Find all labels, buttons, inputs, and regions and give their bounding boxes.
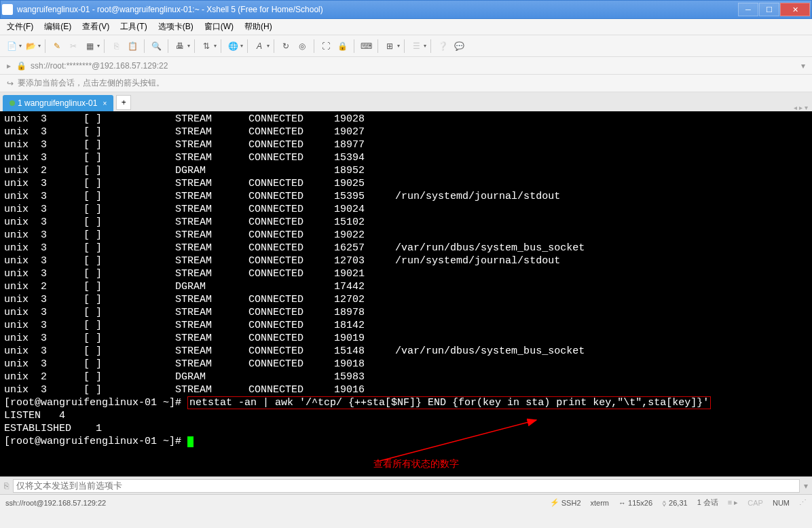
transfer-icon[interactable]: ⇅ [199, 39, 214, 54]
menu-file[interactable]: 文件(F) [7, 21, 33, 33]
terminal-row: unix 3 [ ] STREAM CONNECTED 18977 [4, 138, 808, 151]
hint-arrow-icon[interactable]: ↪ [7, 79, 14, 88]
lock-icon[interactable]: 🔒 [335, 39, 350, 54]
fullscreen-icon[interactable]: ⛶ [318, 39, 333, 54]
terminal-row: unix 3 [ ] STREAM CONNECTED 19016 [4, 383, 808, 396]
menu-help[interactable]: 帮助(H) [244, 21, 272, 33]
refresh-icon[interactable]: ↻ [278, 39, 293, 54]
help-icon[interactable]: ❔ [435, 39, 450, 54]
status-dot-icon [10, 100, 15, 106]
prompt-line: [root@wangruifenglinux-01 ~]# [4, 435, 808, 448]
terminal-row: unix 3 [ ] STREAM CONNECTED 18142 [4, 319, 808, 332]
window-controls: ─ ☐ ✕ [737, 3, 810, 16]
plug-icon: ⚡ [550, 498, 559, 507]
resize-grip-icon[interactable]: ⋰ [799, 498, 807, 507]
menu-tools[interactable]: 工具(T) [120, 21, 147, 33]
sendbar-dropdown-icon[interactable]: ▾ [804, 481, 808, 491]
terminal-row: unix 3 [ ] STREAM CONNECTED 19019 [4, 332, 808, 345]
send-bar: ⎘ ▾ [0, 476, 812, 494]
menu-tabs[interactable]: 选项卡(B) [158, 21, 193, 33]
cursor [187, 436, 193, 447]
tab-bar: 1 wangruifenglinux-01 × + ◂ ▸ ▾ [0, 92, 812, 111]
reconnect-icon[interactable]: ✎ [50, 39, 64, 54]
resize-icon: ↔ [619, 499, 626, 507]
address-text[interactable]: ssh://root:********@192.168.57.129:22 [31, 61, 168, 71]
status-ssh: ⚡SSH2 [550, 498, 581, 507]
terminal-row: unix 3 [ ] STREAM CONNECTED 15102 [4, 216, 808, 229]
sendbar-handle-icon[interactable]: ⎘ [4, 481, 9, 491]
terminal-row: unix 3 [ ] STREAM CONNECTED 15395 /run/s… [4, 190, 808, 203]
status-cap: CAP [748, 499, 763, 507]
terminal-row: unix 3 [ ] STREAM CONNECTED 19022 [4, 229, 808, 242]
status-sessions: 1 会话 [697, 497, 718, 508]
terminal-row: unix 2 [ ] DGRAM 18952 [4, 164, 808, 177]
properties-icon[interactable]: ▦ [82, 39, 97, 54]
tab-label: 1 wangruifenglinux-01 [18, 98, 97, 108]
tab-close-icon[interactable]: × [103, 100, 107, 107]
window-title: wangruifenglinux-01 - root@wangruifengli… [17, 5, 737, 14]
menu-edit[interactable]: 编辑(E) [44, 21, 71, 33]
close-button[interactable]: ✕ [780, 3, 810, 16]
terminal-row: unix 3 [ ] STREAM CONNECTED 19025 [4, 177, 808, 190]
terminal-row: unix 3 [ ] STREAM CONNECTED 12703 /run/s… [4, 254, 808, 267]
sessions-dropdown-icon[interactable]: ≡ ▸ [728, 498, 738, 507]
print-icon[interactable]: 🖶 [172, 39, 187, 54]
addr-dropdown-icon[interactable]: ▾ [801, 61, 805, 71]
menubar: 文件(F) 编辑(E) 查看(V) 工具(T) 选项卡(B) 窗口(W) 帮助(… [0, 19, 812, 35]
copy-icon[interactable]: ⎘ [109, 39, 124, 54]
keyboard-icon[interactable]: ⌨ [358, 39, 373, 54]
terminal-row: unix 3 [ ] STREAM CONNECTED 19021 [4, 267, 808, 280]
maximize-button[interactable]: ☐ [759, 3, 779, 16]
output-line: ESTABLISHED 1 [4, 422, 808, 435]
tab-session[interactable]: 1 wangruifenglinux-01 × [3, 95, 113, 111]
toolbar: 📄▾ 📂▾ ✎ ✂ ▦▾ ⎘ 📋 🔍 🖶▾ ⇅▾ 🌐▾ A▾ ↻ ◎ ⛶ 🔒 ⌨… [0, 35, 812, 57]
menu-window[interactable]: 窗口(W) [204, 21, 234, 33]
terminal-row: unix 3 [ ] STREAM CONNECTED 19018 [4, 358, 808, 371]
terminal[interactable]: unix 3 [ ] STREAM CONNECTED 19028 unix 3… [0, 111, 812, 476]
open-icon[interactable]: 📂 [23, 39, 38, 54]
hint-bar: ↪ 要添加当前会话，点击左侧的箭头按钮。 [0, 75, 812, 92]
add-icon[interactable]: ⊞ [382, 39, 397, 54]
hint-text: 要添加当前会话，点击左侧的箭头按钮。 [18, 77, 164, 89]
terminal-row: unix 3 [ ] STREAM CONNECTED 18978 [4, 306, 808, 319]
terminal-row: unix 3 [ ] STREAM CONNECTED 19024 [4, 203, 808, 216]
output-line: LISTEN 4 [4, 409, 808, 422]
send-input[interactable] [13, 479, 800, 493]
terminal-row: unix 3 [ ] STREAM CONNECTED 19028 [4, 113, 808, 126]
find-icon[interactable]: 🔍 [149, 39, 164, 54]
terminal-row: unix 3 [ ] STREAM CONNECTED 19027 [4, 126, 808, 138]
app-icon [2, 4, 13, 15]
terminal-row: unix 2 [ ] DGRAM 17442 [4, 280, 808, 293]
status-connection: ssh://root@192.168.57.129:22 [5, 499, 540, 507]
tab-nav[interactable]: ◂ ▸ ▾ [794, 104, 808, 111]
terminal-row: unix 2 [ ] DGRAM 15983 [4, 371, 808, 383]
chat-icon[interactable]: 💬 [451, 39, 466, 54]
terminal-row: unix 3 [ ] STREAM CONNECTED 15148 /var/r… [4, 345, 808, 358]
new-session-icon[interactable]: 📄 [4, 39, 19, 54]
new-tab-button[interactable]: + [116, 95, 131, 110]
status-pos: ⎀26,31 [662, 499, 688, 507]
lock-icon: 🔒 [16, 61, 26, 71]
target-icon[interactable]: ◎ [295, 39, 310, 54]
command-highlight: netstat -an | awk '/^tcp/ {++sta[$NF]} E… [187, 396, 711, 409]
terminal-row: unix 3 [ ] STREAM CONNECTED 12702 [4, 293, 808, 306]
terminal-row: unix 3 [ ] STREAM CONNECTED 16257 /var/r… [4, 242, 808, 254]
minimize-button[interactable]: ─ [738, 3, 758, 16]
status-term: xterm [591, 499, 610, 507]
addr-save-icon[interactable]: ▸ [7, 61, 11, 71]
disconnect-icon[interactable]: ✂ [66, 39, 81, 54]
prompt-line: [root@wangruifenglinux-01 ~]# netstat -a… [4, 396, 808, 409]
terminal-row: unix 3 [ ] STREAM CONNECTED 15394 [4, 151, 808, 164]
globe-icon[interactable]: 🌐 [225, 39, 240, 54]
titlebar: wangruifenglinux-01 - root@wangruifengli… [0, 0, 812, 19]
status-size: ↔115x26 [619, 499, 652, 507]
font-icon[interactable]: A [252, 39, 267, 54]
cursor-icon: ⎀ [662, 499, 667, 507]
annotation-text: 查看所有状态的数字 [373, 457, 459, 470]
paste-icon[interactable]: 📋 [125, 39, 140, 54]
menu-view[interactable]: 查看(V) [82, 21, 109, 33]
address-bar: ▸ 🔒 ssh://root:********@192.168.57.129:2… [0, 57, 812, 75]
status-num: NUM [773, 499, 790, 507]
list-icon[interactable]: ☰ [409, 39, 424, 54]
status-bar: ssh://root@192.168.57.129:22 ⚡SSH2 xterm… [0, 494, 812, 510]
